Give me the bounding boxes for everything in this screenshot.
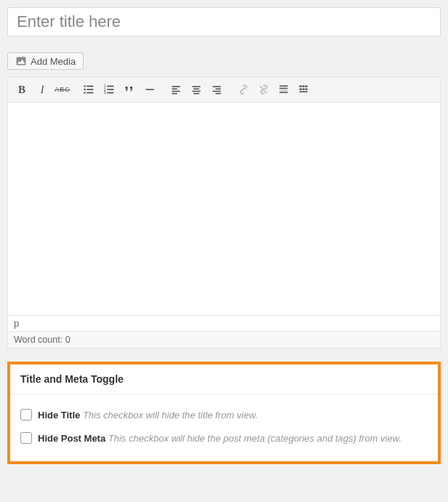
title-meta-toggle-metabox: Title and Meta Toggle Hide Title This ch… <box>7 362 441 464</box>
svg-rect-24 <box>212 91 220 92</box>
hide-title-option: Hide Title This checkbox will hide the t… <box>20 403 428 426</box>
svg-rect-31 <box>303 85 305 87</box>
bullet-list-button[interactable] <box>79 80 98 99</box>
svg-rect-10 <box>107 89 113 90</box>
hide-post-meta-checkbox[interactable] <box>20 432 32 444</box>
post-title-input[interactable] <box>7 7 441 36</box>
svg-rect-35 <box>305 88 308 89</box>
link-button[interactable] <box>233 80 252 99</box>
svg-rect-13 <box>145 89 153 90</box>
svg-rect-25 <box>215 93 220 95</box>
hr-button[interactable] <box>140 80 159 99</box>
hide-title-checkbox[interactable] <box>20 409 32 421</box>
unlink-button[interactable] <box>254 80 273 99</box>
svg-rect-18 <box>192 86 200 87</box>
align-right-button[interactable] <box>207 80 226 99</box>
svg-rect-15 <box>172 88 177 89</box>
hide-title-label: Hide Title <box>38 410 80 421</box>
align-center-button[interactable] <box>187 80 206 99</box>
svg-rect-16 <box>172 91 180 92</box>
editor-path: p <box>8 315 440 331</box>
svg-rect-32 <box>305 85 308 87</box>
svg-rect-28 <box>279 90 287 91</box>
svg-point-5 <box>84 92 86 94</box>
svg-point-1 <box>84 85 86 87</box>
svg-rect-17 <box>172 93 177 95</box>
svg-rect-36 <box>300 91 308 92</box>
svg-text:3: 3 <box>104 90 106 95</box>
media-icon <box>15 55 27 67</box>
svg-rect-23 <box>215 88 220 89</box>
svg-rect-19 <box>193 88 199 89</box>
add-media-button[interactable]: Add Media <box>7 52 84 70</box>
editor-content-area[interactable] <box>8 103 440 315</box>
editor-box: B I ABC 123 <box>7 76 441 348</box>
align-left-button[interactable] <box>167 80 185 99</box>
svg-rect-14 <box>172 86 180 87</box>
svg-rect-29 <box>279 92 287 93</box>
hide-title-desc: This checkbox will hide the title from v… <box>83 410 258 421</box>
svg-point-0 <box>19 59 20 60</box>
svg-rect-8 <box>107 86 113 87</box>
bold-button[interactable]: B <box>12 80 31 99</box>
svg-point-3 <box>84 89 86 91</box>
insert-more-button[interactable] <box>274 80 293 99</box>
hide-post-meta-label: Hide Post Meta <box>38 433 105 444</box>
svg-rect-20 <box>192 91 200 92</box>
svg-rect-6 <box>87 92 93 94</box>
svg-rect-30 <box>300 85 302 87</box>
blockquote-button[interactable] <box>120 80 139 99</box>
svg-rect-33 <box>300 88 302 89</box>
strikethrough-button[interactable]: ABC <box>53 80 72 99</box>
svg-rect-21 <box>193 93 199 95</box>
toolbar-toggle-button[interactable] <box>295 80 313 99</box>
italic-button[interactable]: I <box>33 80 52 99</box>
svg-rect-4 <box>87 89 93 90</box>
svg-rect-22 <box>212 86 220 87</box>
svg-rect-12 <box>107 92 113 94</box>
svg-rect-34 <box>303 88 305 89</box>
svg-rect-27 <box>279 88 287 89</box>
add-media-label: Add Media <box>31 56 76 67</box>
word-count: Word count: 0 <box>8 331 440 348</box>
numbered-list-button[interactable]: 123 <box>100 80 119 99</box>
svg-rect-26 <box>279 85 287 87</box>
metabox-title: Title and Meta Toggle <box>10 364 438 394</box>
hide-post-meta-option: Hide Post Meta This checkbox will hide t… <box>20 426 428 450</box>
hide-post-meta-desc: This checkbox will hide the post meta (c… <box>108 433 401 444</box>
svg-rect-2 <box>87 86 93 87</box>
editor-toolbar: B I ABC 123 <box>8 77 440 103</box>
